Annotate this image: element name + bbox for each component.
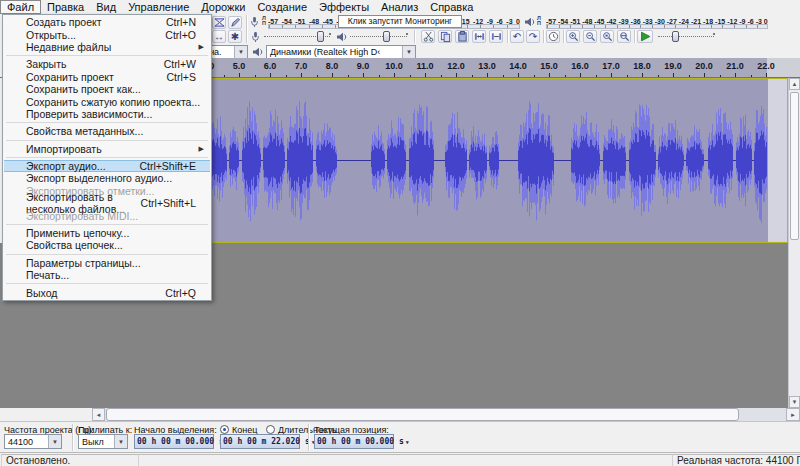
file-menu-item-7[interactable]: Сохранить сжатую копию проекта... xyxy=(4,95,210,107)
fit-project-button[interactable] xyxy=(617,30,631,43)
file-menu-item-5[interactable]: Сохранить проектCtrl+S xyxy=(4,71,210,83)
time-shift-tool-button[interactable]: ↔ xyxy=(212,30,226,43)
scroll-left-button[interactable]: ◄ xyxy=(92,408,105,421)
file-menu-item-23[interactable]: Параметры страницы... xyxy=(4,257,210,269)
chevron-down-icon: ▼ xyxy=(234,46,247,58)
selection-toolbar: Частота проекта (Гц): 44100▼ Прилипать к… xyxy=(0,421,800,453)
file-menu-item-12[interactable]: Импортировать▶ xyxy=(4,143,210,155)
play-at-speed-icon xyxy=(640,31,651,42)
snap-to-select[interactable]: Выкл▼ xyxy=(78,434,128,449)
audacity-window: ФайлПравкаВидУправлениеДорожкиСозданиеЭф… xyxy=(0,0,800,466)
input-volume-slider[interactable] xyxy=(264,31,330,43)
zoom-out-icon xyxy=(585,31,596,42)
mixer-speaker-icon xyxy=(336,31,348,45)
menu-item-label: Экспортировать MIDI... xyxy=(26,210,138,222)
scroll-right-button[interactable]: ► xyxy=(786,408,800,421)
menubar-item-2[interactable]: Вид xyxy=(90,1,122,14)
undo-button[interactable]: ↶ xyxy=(510,30,524,43)
horizontal-scrollbar[interactable]: ◄ ► xyxy=(0,408,800,421)
project-rate-select[interactable]: 44100▼ xyxy=(4,434,62,449)
file-menu-item-26[interactable]: ВыходCtrl+Q xyxy=(4,286,210,298)
silence-icon xyxy=(491,31,502,42)
menu-item-label: Выход xyxy=(26,287,57,299)
length-radio[interactable] xyxy=(266,425,275,434)
draw-tool-icon xyxy=(230,17,241,28)
paste-button[interactable] xyxy=(455,30,469,43)
output-device-value: Динамики (Realtek High D‹ xyxy=(267,47,402,57)
file-menu-item-0[interactable]: Создать проектCtrl+N xyxy=(4,16,210,28)
redo-button[interactable]: ↷ xyxy=(526,30,540,43)
file-menu-item-6[interactable]: Сохранить проект как... xyxy=(4,83,210,95)
selection-end-field[interactable]: 00 h 00 m 22.020 s▼ xyxy=(220,434,300,449)
menu-item-shortcut: Ctrl+O xyxy=(165,29,206,41)
scroll-up-button[interactable]: ▲ xyxy=(789,78,800,90)
file-menu-item-15[interactable]: Экспорт выделенного аудио... xyxy=(4,172,210,184)
file-menu-item-4[interactable]: ЗакрытьCtrl+W xyxy=(4,58,210,70)
menu-item-label: Открыть... xyxy=(26,29,76,41)
menubar-item-6[interactable]: Эффекты xyxy=(313,1,375,14)
menu-item-label: Применить цепочку... xyxy=(26,227,129,239)
cut-button[interactable] xyxy=(421,30,435,43)
menubar-item-4[interactable]: Дорожки xyxy=(195,1,251,14)
trim-audio-button[interactable] xyxy=(472,30,486,43)
vertical-scroll-thumb[interactable] xyxy=(790,92,799,240)
sync-lock-clock-icon xyxy=(548,31,559,42)
zoom-out-button[interactable] xyxy=(583,30,597,43)
silence-audio-button[interactable] xyxy=(489,30,503,43)
undo-icon: ↶ xyxy=(513,32,521,42)
vertical-scrollbar[interactable]: ▲ ▼ xyxy=(788,78,800,408)
file-menu-item-14[interactable]: Экспорт аудио...Ctrl+Shift+E xyxy=(4,160,210,172)
draw-tool-button[interactable] xyxy=(228,16,242,29)
track-after-clip xyxy=(768,79,787,242)
toolbar-separator xyxy=(72,424,74,451)
selection-start-field[interactable]: 00 h 00 m 00.000 s▼ xyxy=(134,434,214,449)
menu-item-shortcut: Ctrl+S xyxy=(167,71,206,83)
file-menu-item-24[interactable]: Печать... xyxy=(4,269,210,281)
copy-icon xyxy=(440,31,451,42)
file-menu-item-2[interactable]: Недавние файлы▶ xyxy=(4,41,210,53)
zoom-in-button[interactable] xyxy=(566,30,580,43)
paste-icon xyxy=(457,31,468,42)
playback-meter-bar[interactable] xyxy=(546,24,768,29)
snap-to-value: Выкл xyxy=(79,437,114,447)
output-device-select[interactable]: Динамики (Realtek High D‹▼ xyxy=(266,45,416,59)
current-position-field[interactable]: 00 h 00 m 00.000 s▼ xyxy=(314,434,394,449)
scroll-down-button[interactable]: ▼ xyxy=(789,396,800,408)
menubar-item-5[interactable]: Создание xyxy=(251,1,313,14)
file-menu-item-18: Экспортировать MIDI... xyxy=(4,209,210,221)
play-at-speed-button[interactable] xyxy=(637,30,653,43)
toolbar-separator xyxy=(563,30,565,43)
menu-item-shortcut: Ctrl+W xyxy=(164,58,206,70)
submenu-arrow-icon: ▶ xyxy=(199,43,206,51)
file-menu-item-20[interactable]: Применить цепочку... xyxy=(4,227,210,239)
monitoring-tooltip: Клик запустит Мониторинг xyxy=(338,15,462,28)
sync-lock-button[interactable] xyxy=(546,30,560,43)
envelope-tool-button[interactable] xyxy=(212,16,226,29)
record-meter-microphone-icon[interactable] xyxy=(249,16,260,30)
file-menu-item-10[interactable]: Свойства метаданных... xyxy=(4,125,210,137)
end-radio[interactable] xyxy=(220,425,229,434)
record-meter-channel-labels: ЛП xyxy=(262,16,266,25)
menubar-item-7[interactable]: Анализ xyxy=(375,1,424,14)
menubar-item-0[interactable]: Файл xyxy=(0,0,41,14)
fit-selection-button[interactable] xyxy=(600,30,614,43)
menu-item-label: Параметры страницы... xyxy=(26,257,141,269)
menubar-item-8[interactable]: Справка xyxy=(424,1,479,14)
file-menu-item-21[interactable]: Свойства цепочек... xyxy=(4,239,210,251)
menubar-item-3[interactable]: Управление xyxy=(122,1,195,14)
playback-speed-slider[interactable] xyxy=(658,31,714,43)
time-shift-icon: ↔ xyxy=(214,32,224,42)
copy-button[interactable] xyxy=(438,30,452,43)
output-volume-slider[interactable] xyxy=(350,31,407,43)
actual-rate-status: Реальная частота: 44100 Гц xyxy=(672,454,800,466)
multi-tool-button[interactable]: ✱ xyxy=(228,30,242,43)
menubar-item-1[interactable]: Правка xyxy=(41,1,90,14)
zoom-in-icon xyxy=(568,31,579,42)
file-menu-dropdown: Создать проектCtrl+NОткрыть...Ctrl+OНеда… xyxy=(2,14,212,301)
playback-meter-channel-labels: ЛП xyxy=(537,16,541,25)
file-menu-item-17[interactable]: Экспортировать в несколько файлов...Ctrl… xyxy=(4,197,210,209)
file-menu-item-8[interactable]: Проверить зависимости... xyxy=(4,108,210,120)
file-menu-item-1[interactable]: Открыть...Ctrl+O xyxy=(4,28,210,40)
playback-meter-speaker-icon[interactable] xyxy=(524,16,536,30)
horizontal-scroll-thumb[interactable] xyxy=(106,408,739,421)
